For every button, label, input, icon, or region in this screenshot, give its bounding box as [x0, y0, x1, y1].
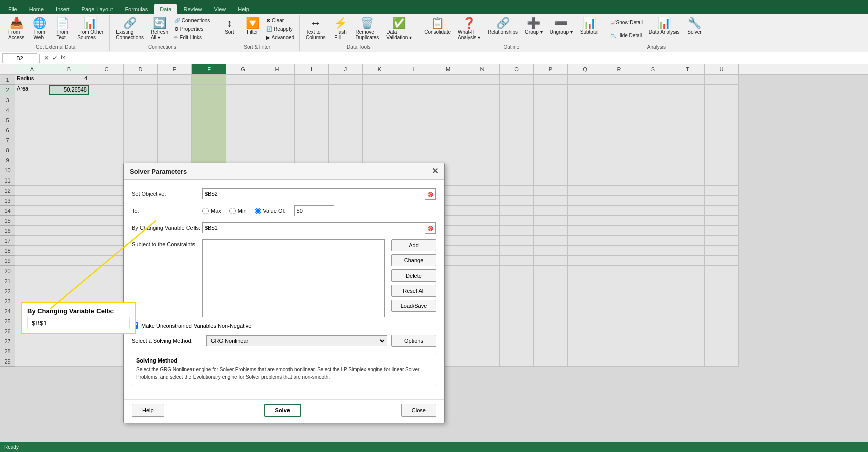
group-analysis: 📈 Show Detail 📉 Hide Detail 📊 Data Analy…: [605, 15, 709, 51]
tab-review[interactable]: Review: [177, 4, 208, 14]
col-header-B[interactable]: B: [49, 64, 89, 74]
advanced-button[interactable]: ▶ Advanced: [264, 34, 296, 41]
from-other-sources-button[interactable]: 📊 From OtherSources: [74, 16, 106, 42]
col-header-G[interactable]: G: [226, 64, 260, 74]
formula-icons: ✕ ✓ fx: [42, 54, 67, 62]
tab-page-layout[interactable]: Page Layout: [76, 4, 119, 14]
data-validation-label: DataValidation ▾: [386, 29, 412, 40]
consolidate-button[interactable]: 📋 Consolidate: [421, 16, 454, 36]
tab-file[interactable]: File: [2, 4, 23, 14]
set-objective-label: Set Objective:: [132, 191, 202, 197]
col-header-N[interactable]: N: [465, 64, 500, 74]
col-header-L[interactable]: L: [397, 64, 431, 74]
data-validation-button[interactable]: ✅ DataValidation ▾: [383, 16, 415, 42]
solving-method-title: Solving Method: [136, 357, 432, 364]
change-button[interactable]: Change: [391, 254, 436, 266]
formula-input[interactable]: [67, 54, 866, 62]
reset-all-button[interactable]: Reset All: [391, 285, 436, 297]
consolidate-label: Consolidate: [424, 29, 451, 35]
set-objective-input[interactable]: [205, 190, 422, 198]
properties-button[interactable]: ⚙ Properties: [172, 25, 212, 33]
confirm-icon[interactable]: ✓: [52, 54, 58, 62]
col-header-F[interactable]: F: [192, 64, 226, 74]
refresh-all-button[interactable]: 🔄 RefreshAll ▾: [148, 16, 171, 42]
cancel-icon[interactable]: ✕: [44, 54, 49, 62]
flash-fill-button[interactable]: ⚡ FlashFill: [330, 16, 352, 42]
hide-detail-button[interactable]: 📉 Hide Detail: [608, 32, 645, 39]
subtotal-button[interactable]: 📊 Subtotal: [577, 16, 602, 36]
name-box[interactable]: [2, 53, 37, 63]
max-radio-label[interactable]: Max: [202, 208, 221, 214]
solving-method-select[interactable]: GRG Nonlinear Simplex LP Evolutionary: [206, 335, 387, 346]
remove-duplicates-button[interactable]: 🗑️ RemoveDuplicates: [353, 16, 382, 42]
col-header-C[interactable]: C: [89, 64, 124, 74]
connections-sub-buttons: 🔗 Connections ⚙ Properties ✏ Edit Links: [172, 16, 212, 42]
col-header-Q[interactable]: Q: [568, 64, 602, 74]
col-header-R[interactable]: R: [602, 64, 636, 74]
tab-home[interactable]: Home: [23, 4, 50, 14]
tab-data[interactable]: Data: [154, 4, 177, 14]
sort-button[interactable]: ↕️ Sort: [218, 16, 240, 36]
show-detail-button[interactable]: 📈 Show Detail: [608, 19, 645, 26]
data-analysis-button[interactable]: 📊 Data Analysis: [646, 16, 683, 36]
relationships-button[interactable]: 🔗 Relationships: [485, 16, 521, 36]
col-header-O[interactable]: O: [500, 64, 534, 74]
reapply-button[interactable]: 🔃 Reapply: [264, 25, 296, 33]
col-header-E[interactable]: E: [158, 64, 192, 74]
max-radio[interactable]: [202, 208, 209, 214]
dialog-body: Set Objective: 🎯 To: Max: [124, 180, 444, 399]
col-header-J[interactable]: J: [329, 64, 363, 74]
min-radio-label[interactable]: Min: [229, 208, 247, 214]
options-button[interactable]: Options: [391, 335, 436, 347]
col-header-P[interactable]: P: [534, 64, 568, 74]
value-of-radio[interactable]: [255, 208, 261, 214]
col-header-D[interactable]: D: [124, 64, 158, 74]
group-button[interactable]: ➕ Group ▾: [522, 16, 546, 36]
set-objective-ref-button[interactable]: 🎯: [425, 189, 436, 200]
from-access-label: FromAccess: [8, 29, 24, 40]
load-save-button[interactable]: Load/Save: [391, 300, 436, 312]
tab-view[interactable]: View: [208, 4, 232, 14]
tab-formulas[interactable]: Formulas: [119, 4, 154, 14]
insert-function-icon[interactable]: fx: [61, 54, 65, 62]
solve-button[interactable]: Solve: [264, 404, 301, 417]
col-header-K[interactable]: K: [363, 64, 397, 74]
constraints-area[interactable]: [202, 239, 385, 317]
from-text-button[interactable]: 📄 FromText: [51, 16, 73, 42]
min-radio[interactable]: [229, 208, 236, 214]
col-header-T[interactable]: T: [670, 64, 705, 74]
connections-sub-button[interactable]: 🔗 Connections: [172, 17, 212, 24]
from-access-button[interactable]: 📥 FromAccess: [5, 16, 27, 42]
col-header-I[interactable]: I: [295, 64, 329, 74]
what-if-analysis-button[interactable]: ❓ What-IfAnalysis ▾: [455, 16, 484, 42]
col-header-A[interactable]: A: [15, 64, 49, 74]
col-header-H[interactable]: H: [260, 64, 295, 74]
delete-button[interactable]: Delete: [391, 269, 436, 282]
add-button[interactable]: Add: [391, 239, 436, 251]
edit-links-button[interactable]: ✏ Edit Links: [172, 34, 212, 41]
clear-button[interactable]: ✖ Clear: [264, 17, 296, 24]
changing-cells-input[interactable]: [205, 224, 422, 232]
tab-help[interactable]: Help: [232, 4, 255, 14]
col-header-U[interactable]: U: [705, 64, 739, 74]
help-button[interactable]: Help: [132, 404, 164, 417]
value-of-input[interactable]: [294, 205, 334, 216]
group-icon: ➕: [527, 18, 540, 29]
from-web-icon: 🌐: [33, 18, 46, 29]
group-sort-filter-label: Sort & Filter: [218, 43, 296, 50]
ungroup-button[interactable]: ➖ Ungroup ▾: [547, 16, 576, 36]
from-web-button[interactable]: 🌐 FromWeb: [28, 16, 50, 42]
col-header-S[interactable]: S: [636, 64, 670, 74]
changing-cells-ref-button[interactable]: 🎯: [425, 223, 436, 234]
close-button[interactable]: Close: [401, 404, 436, 417]
dialog-close-button[interactable]: ✕: [432, 167, 438, 175]
solver-ribbon-button[interactable]: 🔧 Solver: [683, 16, 705, 36]
value-of-radio-label[interactable]: Value Of:: [255, 208, 286, 214]
tab-insert[interactable]: Insert: [50, 4, 76, 14]
text-to-columns-button[interactable]: ↔️ Text toColumns: [303, 16, 328, 42]
solver-label: Solver: [687, 29, 701, 35]
existing-connections-button[interactable]: 🔗 ExistingConnections: [113, 16, 147, 42]
filter-button[interactable]: 🔽 Filter: [241, 16, 263, 36]
col-header-M[interactable]: M: [431, 64, 465, 74]
refresh-all-icon: 🔄: [153, 18, 166, 29]
